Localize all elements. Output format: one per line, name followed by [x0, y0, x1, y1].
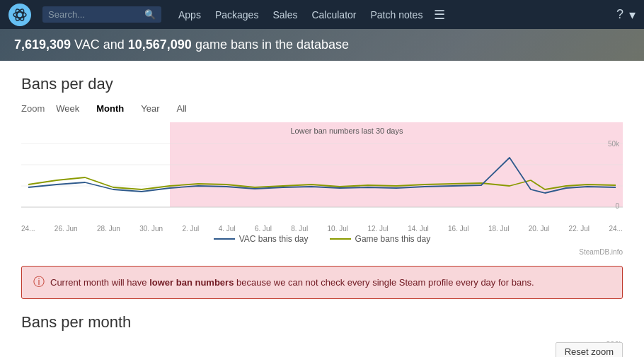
- x-label-9: 12. Jul: [367, 225, 388, 233]
- svg-text:50k: 50k: [608, 140, 620, 148]
- game-legend-item: Game bans this day: [330, 234, 431, 244]
- x-label-12: 18. Jul: [488, 225, 509, 233]
- nav-patch-notes[interactable]: Patch notes: [370, 9, 422, 21]
- x-axis-labels: 24... 26. Jun 28. Jun 30. Jun 2. Jul 4. …: [21, 225, 623, 233]
- warning-text: Current month will have lower ban number…: [50, 277, 534, 288]
- zoom-controls: Zoom Week Month Year All: [21, 102, 623, 115]
- nav-calculator[interactable]: Calculator: [311, 9, 356, 21]
- vac-count: 7,619,309: [14, 37, 71, 52]
- chevron-down-icon[interactable]: ▾: [629, 7, 636, 23]
- x-label-2: 28. Jun: [97, 225, 120, 233]
- x-label-6: 6. Jul: [255, 225, 272, 233]
- nav-packages[interactable]: Packages: [215, 9, 258, 21]
- steamdb-credit: SteamDB.info: [21, 248, 623, 256]
- x-label-14: 22. Jul: [569, 225, 590, 233]
- navbar: 🔍 Apps Packages Sales Calculator Patch n…: [0, 0, 644, 29]
- x-label-1: 26. Jun: [54, 225, 78, 233]
- game-count: 10,567,090: [128, 37, 192, 52]
- chart-legend: VAC bans this day Game bans this day: [21, 234, 623, 244]
- svg-text:0: 0: [615, 202, 619, 210]
- search-input[interactable]: [48, 9, 140, 20]
- svg-text:Lower ban numbers last 30 days: Lower ban numbers last 30 days: [291, 127, 403, 135]
- reset-zoom-button[interactable]: Reset zoom: [556, 342, 623, 357]
- x-label-11: 16. Jul: [448, 225, 468, 233]
- x-label-10: 14. Jul: [408, 225, 428, 233]
- vac-legend-label: VAC bans this day: [239, 234, 309, 244]
- warning-bold: lower ban numbers: [149, 277, 234, 288]
- game-label: game bans in the database: [192, 37, 349, 52]
- x-label-5: 4. Jul: [219, 225, 236, 233]
- x-label-13: 20. Jul: [529, 225, 549, 233]
- bans-per-day-chart: Lower ban numbers last 30 days 50k 0 24.…: [21, 122, 623, 228]
- site-logo[interactable]: [8, 4, 31, 26]
- bans-per-day-title: Bans per day: [21, 75, 623, 93]
- chart-svg: Lower ban numbers last 30 days 50k 0: [21, 122, 623, 221]
- zoom-week[interactable]: Week: [50, 102, 85, 115]
- x-label-15: 24...: [609, 225, 622, 233]
- x-label-8: 10. Jul: [328, 225, 348, 233]
- x-label-4: 2. Jul: [182, 225, 199, 233]
- bottom-chart: [21, 340, 623, 357]
- game-legend-line: [330, 238, 351, 240]
- hamburger-icon[interactable]: ☰: [434, 7, 445, 23]
- vac-legend-item: VAC bans this day: [214, 234, 309, 244]
- main-content: Bans per day Zoom Week Month Year All Lo…: [0, 61, 644, 357]
- zoom-month[interactable]: Month: [91, 102, 130, 115]
- bans-per-month-title: Bans per month: [21, 313, 623, 332]
- svg-point-0: [13, 12, 26, 18]
- x-label-7: 8. Jul: [291, 225, 308, 233]
- vac-label: VAC and: [71, 37, 128, 52]
- zoom-year[interactable]: Year: [135, 102, 165, 115]
- bans-per-month-section: 300k Reset zoom: [21, 340, 623, 357]
- help-icon[interactable]: ?: [616, 7, 623, 22]
- nav-right: ? ▾: [616, 7, 636, 23]
- nav-links: Apps Packages Sales Calculator Patch not…: [178, 9, 422, 21]
- zoom-label: Zoom: [21, 103, 45, 114]
- vac-legend-line: [214, 238, 235, 240]
- warning-box: ⓘ Current month will have lower ban numb…: [21, 266, 623, 299]
- search-wrap[interactable]: 🔍: [42, 6, 161, 23]
- x-label-0: 24...: [21, 225, 35, 233]
- nav-apps[interactable]: Apps: [178, 9, 201, 21]
- warning-icon: ⓘ: [33, 275, 45, 290]
- search-icon: 🔍: [144, 9, 156, 20]
- game-legend-label: Game bans this day: [355, 234, 431, 244]
- zoom-all[interactable]: All: [171, 102, 192, 115]
- x-label-3: 30. Jun: [139, 225, 163, 233]
- nav-sales[interactable]: Sales: [272, 9, 297, 21]
- hero-banner: 7,619,309 VAC and 10,567,090 game bans i…: [0, 29, 644, 61]
